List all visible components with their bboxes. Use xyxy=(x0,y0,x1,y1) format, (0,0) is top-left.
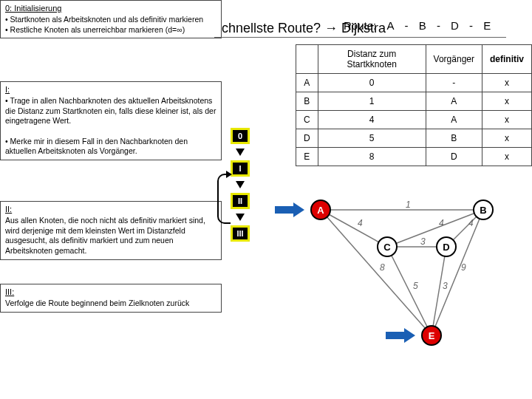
edge-weight: 8 xyxy=(380,262,385,273)
flow-node-3: III xyxy=(231,225,250,242)
th-dist: Distanz zum Startkknoten xyxy=(318,45,426,74)
graph-node-a: A xyxy=(310,200,331,220)
table-row: C4Ax xyxy=(296,111,532,129)
chevron-down-icon xyxy=(236,214,245,221)
step-2-body: Aus allen Knoten, die noch nicht als def… xyxy=(5,216,216,256)
cell: 0 xyxy=(318,74,426,92)
edge-weight: 9 xyxy=(461,262,466,273)
th-def: definitiv xyxy=(482,45,531,74)
cell: x xyxy=(482,92,531,111)
table-row: E8Dx xyxy=(296,148,532,166)
cell: x xyxy=(482,111,531,129)
cell: 5 xyxy=(318,129,426,148)
cell: D xyxy=(426,148,482,166)
cell: A xyxy=(426,92,482,111)
graph-diagram: 144438539 ABCDE xyxy=(281,185,510,355)
dijkstra-table: Distanz zum Startkknoten Vorgänger defin… xyxy=(296,44,532,166)
graph-node-e: E xyxy=(421,325,442,346)
step-2-box: II: Aus allen Knoten, die noch nicht als… xyxy=(0,201,222,260)
route-label: Route: xyxy=(344,19,376,32)
cell: D xyxy=(296,129,318,148)
graph-edge xyxy=(387,210,483,247)
edge-weight: 4 xyxy=(468,218,474,228)
graph-node-c: C xyxy=(377,236,398,257)
route-n2: D xyxy=(451,19,459,32)
edge-weight: 5 xyxy=(413,281,418,291)
cell: x xyxy=(482,148,531,166)
edge-weight: 3 xyxy=(420,236,426,247)
graph-edge xyxy=(432,247,446,335)
route-n1: B xyxy=(419,19,426,32)
step-0-title: 0: Initialisierung xyxy=(5,4,216,13)
cell: 4 xyxy=(318,111,426,129)
table-row: B1Ax xyxy=(296,92,532,111)
blue-arrow-icon xyxy=(275,202,304,217)
route-n0: A xyxy=(386,19,394,32)
flow-diagram: 0 I II III xyxy=(231,128,250,242)
cell: 8 xyxy=(318,148,426,166)
cell: A xyxy=(426,111,482,129)
step-0-body: • Startknoten als Arbeitsknoten und als … xyxy=(5,15,216,35)
cell: A xyxy=(296,74,318,92)
flow-node-0: 0 xyxy=(231,128,250,144)
edge-weight: 4 xyxy=(358,218,363,228)
graph-edge xyxy=(432,210,483,335)
step-0-box: 0: Initialisierung • Startknoten als Arb… xyxy=(0,0,222,38)
route-n3: E xyxy=(483,19,491,32)
chevron-down-icon xyxy=(236,181,245,188)
step-1-box: I: • Trage in allen Nachbarknoten des ak… xyxy=(0,81,222,160)
graph-edge xyxy=(387,247,432,335)
step-3-box: III: Verfolge die Route beginnend beim Z… xyxy=(0,284,222,313)
chevron-down-icon xyxy=(236,149,245,156)
cell: B xyxy=(296,92,318,111)
route-line: Route: A - B - D - E xyxy=(340,19,494,32)
edge-weight: 3 xyxy=(443,281,448,291)
step-1-title: I: xyxy=(5,85,216,94)
step-3-title: III: xyxy=(5,287,216,296)
graph-edge xyxy=(321,210,387,247)
graph-edge xyxy=(321,210,432,335)
graph-node-d: D xyxy=(436,236,457,257)
flow-node-1: I xyxy=(231,160,250,177)
route-sep: - xyxy=(437,19,440,32)
cell: B xyxy=(426,129,482,148)
title-underline xyxy=(214,37,506,38)
th-node xyxy=(296,45,318,74)
table-header-row: Distanz zum Startkknoten Vorgänger defin… xyxy=(296,45,532,74)
flow-node-2: II xyxy=(231,193,250,209)
cell: C xyxy=(296,111,318,129)
cell: x xyxy=(482,74,531,92)
table-row: A0-x xyxy=(296,74,532,92)
route-sep: - xyxy=(405,19,409,32)
step-1-body: • Trage in allen Nachbarknoten des aktue… xyxy=(5,96,216,157)
edge-weight: 1 xyxy=(406,200,411,210)
step-2-title: II: xyxy=(5,205,216,214)
blue-arrow-icon xyxy=(386,328,415,343)
route-sep: - xyxy=(469,19,473,32)
graph-node-b: B xyxy=(473,200,494,220)
cell: 1 xyxy=(318,92,426,111)
flow-loop-arrow xyxy=(217,174,231,224)
table-row: D5Bx xyxy=(296,129,532,148)
cell: x xyxy=(482,129,531,148)
step-3-body: Verfolge die Route beginnend beim Zielkn… xyxy=(5,299,216,309)
edge-weight: 4 xyxy=(439,218,444,228)
cell: - xyxy=(426,74,482,92)
th-pred: Vorgänger xyxy=(426,45,482,74)
cell: E xyxy=(296,148,318,166)
